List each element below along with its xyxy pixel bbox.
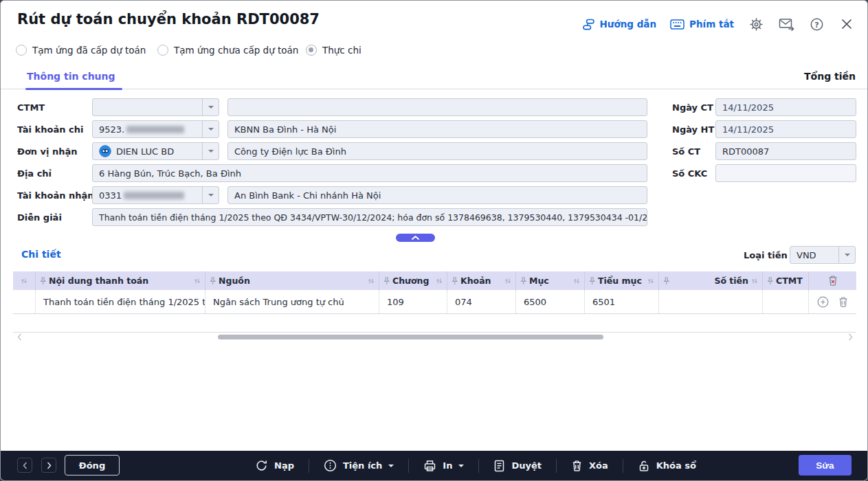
delete-all-rows-button[interactable]	[827, 275, 838, 287]
lock-button[interactable]: Khóa sổ	[638, 460, 696, 472]
guide-link[interactable]: Hướng dẫn	[582, 18, 657, 31]
don-vi-nhan-label: Đơn vị nhận	[17, 146, 78, 157]
trash-icon	[571, 460, 583, 472]
pin-icon	[452, 277, 458, 285]
collapse-section-button[interactable]	[396, 234, 435, 242]
currency-select[interactable]: VND	[790, 246, 856, 264]
chevron-down-icon	[208, 128, 214, 133]
so-ckc-field[interactable]	[715, 164, 856, 182]
footer-toolbar: Đóng Nạp Tiện ích	[1, 451, 867, 480]
divider	[478, 459, 479, 473]
tai-khoan-nhan-name-field[interactable]: An Bình Bank - Chi nhánh Hà Nội	[227, 186, 647, 204]
tai-khoan-nhan-select[interactable]: 0331	[92, 186, 219, 204]
cell-text: 6501	[592, 297, 615, 307]
header-muc[interactable]: Mục	[515, 271, 584, 290]
help-icon: ?	[810, 17, 824, 32]
cell-ctmt[interactable]	[762, 290, 808, 313]
dia-chi-field[interactable]: 6 Hàng Bún, Trúc Bạch, Ba Đình	[92, 164, 647, 182]
dialog-rut-du-toan: Rút dự toán chuyển khoản RDT00087 Hướng …	[0, 0, 868, 481]
column-label: Khoản	[460, 276, 491, 286]
cell-noi-dung[interactable]: Thanh toán tiền điện tháng 1/2025 th...	[35, 290, 205, 313]
divider	[623, 459, 623, 473]
header-chuong[interactable]: Chương	[379, 271, 447, 290]
cell-actions	[808, 290, 856, 313]
chevron-left-icon	[17, 333, 22, 341]
cell-nguon[interactable]: Ngân sách Trung ương tự chủ	[205, 290, 379, 313]
add-row-button[interactable]	[817, 296, 829, 308]
document-icon	[493, 460, 505, 472]
prev-record-button[interactable]	[17, 458, 32, 473]
header-index-column[interactable]	[13, 271, 35, 290]
print-button[interactable]: In	[423, 460, 464, 472]
cell-khoan[interactable]: 074	[447, 290, 515, 313]
settings-button[interactable]	[748, 16, 764, 32]
header-noi-dung-thanh-toan[interactable]: Nội dung thanh toán	[35, 271, 205, 290]
column-label: Nội dung thanh toán	[49, 276, 148, 286]
tai-khoan-nhan-label: Tài khoản nhận	[17, 190, 94, 201]
tab-thong-tin-chung[interactable]: Thông tin chung	[25, 65, 117, 89]
column-label: Số tiền	[714, 276, 748, 286]
currency-caret-button[interactable]	[838, 247, 855, 263]
ctmt-caret-button[interactable]	[202, 99, 219, 115]
tai-khoan-chi-name-field[interactable]: KBNN Ba Đình - Hà Nội	[227, 120, 647, 138]
next-record-button[interactable]	[41, 458, 56, 473]
reload-button[interactable]: Nạp	[255, 459, 294, 472]
delete-button[interactable]: Xóa	[571, 460, 608, 472]
column-label: Nguồn	[219, 276, 250, 286]
mail-button[interactable]	[778, 16, 794, 32]
ngay-ct-field[interactable]: 14/11/2025	[715, 98, 856, 116]
table-row[interactable]: Thanh toán tiền điện tháng 1/2025 th... …	[13, 290, 856, 314]
lock-icon	[638, 460, 650, 472]
edit-button[interactable]: Sửa	[799, 455, 852, 476]
so-ct-field[interactable]: RDT00087	[715, 142, 856, 160]
sort-icon	[21, 278, 27, 284]
radio-tam-ung-da-cap[interactable]: Tạm ứng đã cấp dự toán	[16, 45, 146, 56]
header-actions	[808, 271, 856, 290]
help-button[interactable]: ?	[808, 16, 825, 32]
chevron-right-icon	[848, 333, 853, 341]
unit-logo-icon	[99, 145, 111, 157]
header-tieu-muc[interactable]: Tiểu mục	[584, 271, 658, 290]
header-ctmt[interactable]: CTMT	[762, 271, 808, 290]
tai-khoan-chi-caret-button[interactable]	[202, 121, 219, 137]
header-khoan[interactable]: Khoản	[447, 271, 515, 290]
cell-so-tien[interactable]	[658, 290, 762, 313]
topbar-actions: Hướng dẫn Phím tắt	[582, 16, 855, 32]
cell-muc[interactable]: 6500	[515, 290, 584, 313]
tai-khoan-nhan-name-value: An Bình Bank - Chi nhánh Hà Nội	[234, 190, 381, 201]
don-vi-nhan-name-field[interactable]: Công ty Điện lực Ba Đình	[227, 142, 647, 160]
radio-tam-ung-chua-cap[interactable]: Tạm ứng chưa cấp dự toán	[157, 45, 298, 56]
dien-giai-field[interactable]: Thanh toán tiền điện tháng 1/2025 theo Q…	[92, 208, 647, 226]
ngay-ht-field[interactable]: 14/11/2025	[715, 120, 856, 138]
scroll-left-button[interactable]	[17, 333, 22, 341]
chevron-up-icon	[412, 236, 419, 240]
radio-label: Tạm ứng chưa cấp dự toán	[174, 45, 298, 56]
delete-row-button[interactable]	[838, 296, 849, 308]
so-ct-label: Số CT	[672, 146, 700, 157]
chevron-down-icon	[208, 194, 214, 199]
shortcuts-link[interactable]: Phím tắt	[670, 19, 734, 30]
chevron-down-icon	[458, 465, 464, 470]
tai-khoan-chi-select[interactable]: 9523.	[92, 120, 219, 138]
ctmt-name-field[interactable]	[227, 98, 647, 116]
currency-label: Loại tiền	[744, 250, 788, 260]
radio-thuc-chi[interactable]: Thực chi	[306, 45, 361, 56]
header-nguon[interactable]: Nguồn	[205, 271, 379, 290]
pin-icon	[663, 277, 669, 285]
don-vi-nhan-select[interactable]: DIEN LUC BD	[92, 142, 219, 160]
ctmt-code-select[interactable]	[92, 98, 219, 116]
tai-khoan-nhan-caret-button[interactable]	[202, 187, 219, 203]
close-dialog-button[interactable]: Đóng	[65, 455, 120, 476]
sort-icon	[647, 278, 654, 284]
don-vi-nhan-caret-button[interactable]	[202, 143, 219, 159]
approve-button[interactable]: Duyệt	[493, 460, 542, 472]
cell-tieu-muc[interactable]: 6501	[584, 290, 658, 313]
horizontal-scrollbar-thumb[interactable]	[218, 335, 603, 339]
chevron-down-icon	[208, 106, 214, 111]
scroll-right-button[interactable]	[848, 333, 853, 341]
close-button[interactable]	[838, 16, 855, 32]
tai-khoan-chi-label: Tài khoản chi	[17, 124, 83, 135]
utilities-button[interactable]: Tiện ích	[324, 459, 394, 472]
cell-chuong[interactable]: 109	[379, 290, 447, 313]
header-so-tien[interactable]: Số tiền	[658, 271, 762, 290]
